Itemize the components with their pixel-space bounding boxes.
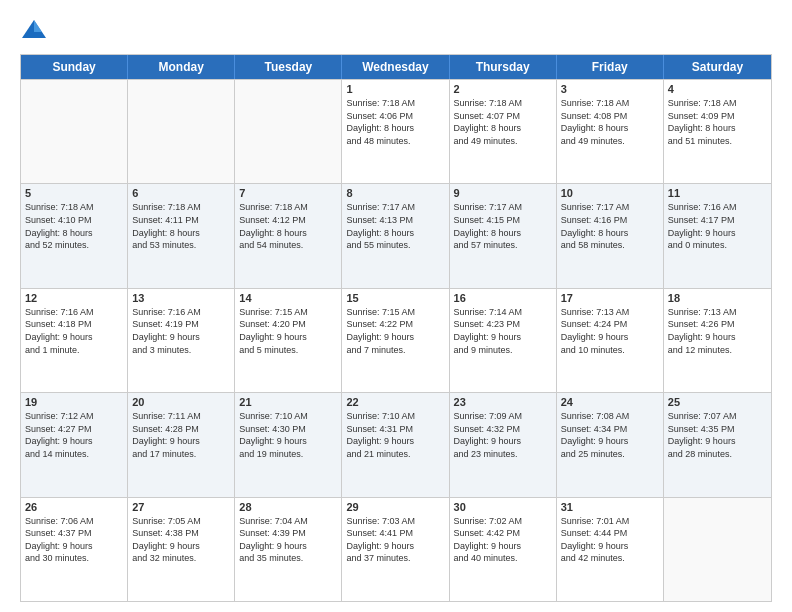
day-cell-9: 9Sunrise: 7:17 AM Sunset: 4:15 PM Daylig… bbox=[450, 184, 557, 287]
day-cell-2: 2Sunrise: 7:18 AM Sunset: 4:07 PM Daylig… bbox=[450, 80, 557, 183]
day-cell-5: 5Sunrise: 7:18 AM Sunset: 4:10 PM Daylig… bbox=[21, 184, 128, 287]
calendar-body: 1Sunrise: 7:18 AM Sunset: 4:06 PM Daylig… bbox=[21, 79, 771, 601]
empty-cell bbox=[21, 80, 128, 183]
logo bbox=[20, 16, 52, 44]
day-number: 9 bbox=[454, 187, 552, 199]
day-info: Sunrise: 7:10 AM Sunset: 4:31 PM Dayligh… bbox=[346, 410, 444, 460]
day-cell-19: 19Sunrise: 7:12 AM Sunset: 4:27 PM Dayli… bbox=[21, 393, 128, 496]
day-number: 7 bbox=[239, 187, 337, 199]
day-cell-23: 23Sunrise: 7:09 AM Sunset: 4:32 PM Dayli… bbox=[450, 393, 557, 496]
header-day-wednesday: Wednesday bbox=[342, 55, 449, 79]
day-info: Sunrise: 7:17 AM Sunset: 4:15 PM Dayligh… bbox=[454, 201, 552, 251]
day-number: 14 bbox=[239, 292, 337, 304]
day-info: Sunrise: 7:07 AM Sunset: 4:35 PM Dayligh… bbox=[668, 410, 767, 460]
calendar-row-4: 26Sunrise: 7:06 AM Sunset: 4:37 PM Dayli… bbox=[21, 497, 771, 601]
day-cell-3: 3Sunrise: 7:18 AM Sunset: 4:08 PM Daylig… bbox=[557, 80, 664, 183]
day-info: Sunrise: 7:18 AM Sunset: 4:10 PM Dayligh… bbox=[25, 201, 123, 251]
day-number: 21 bbox=[239, 396, 337, 408]
calendar-header: SundayMondayTuesdayWednesdayThursdayFrid… bbox=[21, 55, 771, 79]
day-cell-28: 28Sunrise: 7:04 AM Sunset: 4:39 PM Dayli… bbox=[235, 498, 342, 601]
day-number: 2 bbox=[454, 83, 552, 95]
header-day-friday: Friday bbox=[557, 55, 664, 79]
header-day-monday: Monday bbox=[128, 55, 235, 79]
day-info: Sunrise: 7:10 AM Sunset: 4:30 PM Dayligh… bbox=[239, 410, 337, 460]
day-number: 8 bbox=[346, 187, 444, 199]
day-info: Sunrise: 7:17 AM Sunset: 4:16 PM Dayligh… bbox=[561, 201, 659, 251]
day-cell-6: 6Sunrise: 7:18 AM Sunset: 4:11 PM Daylig… bbox=[128, 184, 235, 287]
calendar-row-0: 1Sunrise: 7:18 AM Sunset: 4:06 PM Daylig… bbox=[21, 79, 771, 183]
day-info: Sunrise: 7:16 AM Sunset: 4:19 PM Dayligh… bbox=[132, 306, 230, 356]
day-cell-16: 16Sunrise: 7:14 AM Sunset: 4:23 PM Dayli… bbox=[450, 289, 557, 392]
day-cell-30: 30Sunrise: 7:02 AM Sunset: 4:42 PM Dayli… bbox=[450, 498, 557, 601]
day-info: Sunrise: 7:18 AM Sunset: 4:09 PM Dayligh… bbox=[668, 97, 767, 147]
day-number: 19 bbox=[25, 396, 123, 408]
day-info: Sunrise: 7:01 AM Sunset: 4:44 PM Dayligh… bbox=[561, 515, 659, 565]
day-cell-22: 22Sunrise: 7:10 AM Sunset: 4:31 PM Dayli… bbox=[342, 393, 449, 496]
day-cell-10: 10Sunrise: 7:17 AM Sunset: 4:16 PM Dayli… bbox=[557, 184, 664, 287]
empty-cell bbox=[235, 80, 342, 183]
day-number: 18 bbox=[668, 292, 767, 304]
day-number: 10 bbox=[561, 187, 659, 199]
day-number: 29 bbox=[346, 501, 444, 513]
empty-cell bbox=[664, 498, 771, 601]
day-info: Sunrise: 7:15 AM Sunset: 4:22 PM Dayligh… bbox=[346, 306, 444, 356]
day-number: 1 bbox=[346, 83, 444, 95]
day-info: Sunrise: 7:18 AM Sunset: 4:11 PM Dayligh… bbox=[132, 201, 230, 251]
day-info: Sunrise: 7:06 AM Sunset: 4:37 PM Dayligh… bbox=[25, 515, 123, 565]
day-number: 20 bbox=[132, 396, 230, 408]
day-cell-20: 20Sunrise: 7:11 AM Sunset: 4:28 PM Dayli… bbox=[128, 393, 235, 496]
day-number: 4 bbox=[668, 83, 767, 95]
day-cell-26: 26Sunrise: 7:06 AM Sunset: 4:37 PM Dayli… bbox=[21, 498, 128, 601]
page: SundayMondayTuesdayWednesdayThursdayFrid… bbox=[0, 0, 792, 612]
day-info: Sunrise: 7:13 AM Sunset: 4:24 PM Dayligh… bbox=[561, 306, 659, 356]
day-info: Sunrise: 7:17 AM Sunset: 4:13 PM Dayligh… bbox=[346, 201, 444, 251]
day-cell-7: 7Sunrise: 7:18 AM Sunset: 4:12 PM Daylig… bbox=[235, 184, 342, 287]
day-cell-4: 4Sunrise: 7:18 AM Sunset: 4:09 PM Daylig… bbox=[664, 80, 771, 183]
day-number: 11 bbox=[668, 187, 767, 199]
calendar: SundayMondayTuesdayWednesdayThursdayFrid… bbox=[20, 54, 772, 602]
day-number: 15 bbox=[346, 292, 444, 304]
day-cell-8: 8Sunrise: 7:17 AM Sunset: 4:13 PM Daylig… bbox=[342, 184, 449, 287]
day-info: Sunrise: 7:18 AM Sunset: 4:07 PM Dayligh… bbox=[454, 97, 552, 147]
day-cell-11: 11Sunrise: 7:16 AM Sunset: 4:17 PM Dayli… bbox=[664, 184, 771, 287]
day-info: Sunrise: 7:08 AM Sunset: 4:34 PM Dayligh… bbox=[561, 410, 659, 460]
day-info: Sunrise: 7:12 AM Sunset: 4:27 PM Dayligh… bbox=[25, 410, 123, 460]
day-cell-15: 15Sunrise: 7:15 AM Sunset: 4:22 PM Dayli… bbox=[342, 289, 449, 392]
day-number: 3 bbox=[561, 83, 659, 95]
day-number: 6 bbox=[132, 187, 230, 199]
day-cell-27: 27Sunrise: 7:05 AM Sunset: 4:38 PM Dayli… bbox=[128, 498, 235, 601]
calendar-row-1: 5Sunrise: 7:18 AM Sunset: 4:10 PM Daylig… bbox=[21, 183, 771, 287]
header-day-sunday: Sunday bbox=[21, 55, 128, 79]
day-number: 13 bbox=[132, 292, 230, 304]
day-cell-12: 12Sunrise: 7:16 AM Sunset: 4:18 PM Dayli… bbox=[21, 289, 128, 392]
day-number: 31 bbox=[561, 501, 659, 513]
day-cell-13: 13Sunrise: 7:16 AM Sunset: 4:19 PM Dayli… bbox=[128, 289, 235, 392]
day-info: Sunrise: 7:02 AM Sunset: 4:42 PM Dayligh… bbox=[454, 515, 552, 565]
day-info: Sunrise: 7:05 AM Sunset: 4:38 PM Dayligh… bbox=[132, 515, 230, 565]
day-info: Sunrise: 7:03 AM Sunset: 4:41 PM Dayligh… bbox=[346, 515, 444, 565]
day-number: 27 bbox=[132, 501, 230, 513]
day-number: 28 bbox=[239, 501, 337, 513]
empty-cell bbox=[128, 80, 235, 183]
day-number: 12 bbox=[25, 292, 123, 304]
day-info: Sunrise: 7:14 AM Sunset: 4:23 PM Dayligh… bbox=[454, 306, 552, 356]
day-number: 30 bbox=[454, 501, 552, 513]
day-info: Sunrise: 7:18 AM Sunset: 4:08 PM Dayligh… bbox=[561, 97, 659, 147]
calendar-row-3: 19Sunrise: 7:12 AM Sunset: 4:27 PM Dayli… bbox=[21, 392, 771, 496]
day-info: Sunrise: 7:13 AM Sunset: 4:26 PM Dayligh… bbox=[668, 306, 767, 356]
day-info: Sunrise: 7:04 AM Sunset: 4:39 PM Dayligh… bbox=[239, 515, 337, 565]
day-info: Sunrise: 7:15 AM Sunset: 4:20 PM Dayligh… bbox=[239, 306, 337, 356]
day-number: 23 bbox=[454, 396, 552, 408]
day-info: Sunrise: 7:09 AM Sunset: 4:32 PM Dayligh… bbox=[454, 410, 552, 460]
day-cell-17: 17Sunrise: 7:13 AM Sunset: 4:24 PM Dayli… bbox=[557, 289, 664, 392]
day-number: 22 bbox=[346, 396, 444, 408]
day-cell-14: 14Sunrise: 7:15 AM Sunset: 4:20 PM Dayli… bbox=[235, 289, 342, 392]
day-cell-1: 1Sunrise: 7:18 AM Sunset: 4:06 PM Daylig… bbox=[342, 80, 449, 183]
header bbox=[20, 16, 772, 44]
header-day-thursday: Thursday bbox=[450, 55, 557, 79]
day-number: 25 bbox=[668, 396, 767, 408]
header-day-tuesday: Tuesday bbox=[235, 55, 342, 79]
day-info: Sunrise: 7:18 AM Sunset: 4:06 PM Dayligh… bbox=[346, 97, 444, 147]
day-cell-21: 21Sunrise: 7:10 AM Sunset: 4:30 PM Dayli… bbox=[235, 393, 342, 496]
logo-icon bbox=[20, 16, 48, 44]
